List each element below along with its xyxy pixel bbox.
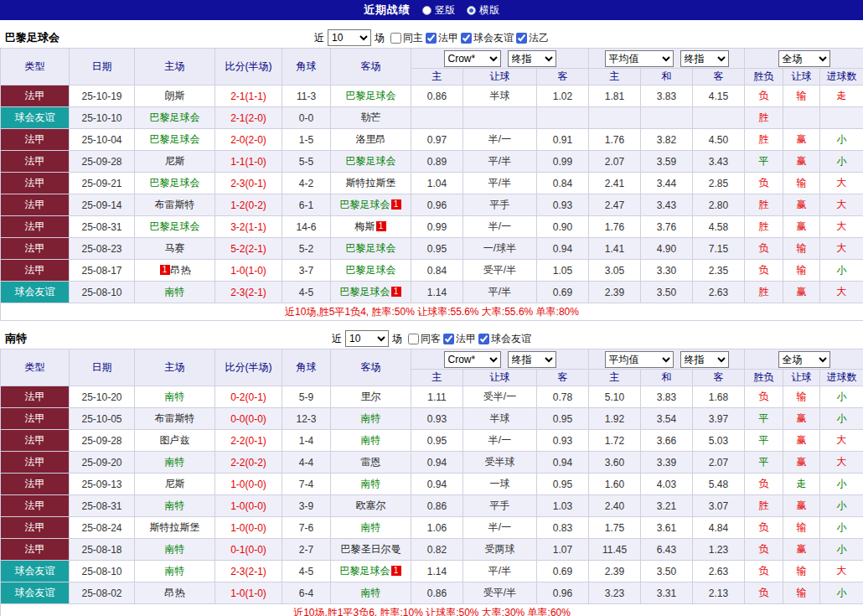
filter-checkbox[interactable]: 球会友谊 xyxy=(478,332,531,346)
red-card-badge: 1 xyxy=(376,221,386,231)
filter-checkbox[interactable]: 球会友谊 xyxy=(461,31,514,45)
home-team[interactable]: 尼斯 xyxy=(165,155,185,167)
away-team[interactable]: 南特 xyxy=(361,412,381,424)
away-team[interactable]: 欧塞尔 xyxy=(356,500,386,511)
euro-away-odds: 4.15 xyxy=(693,85,745,107)
away-team[interactable]: 巴黎圣日尔曼 xyxy=(341,543,401,555)
col-euro-away: 客 xyxy=(693,69,745,85)
home-team[interactable]: 巴黎足球会 xyxy=(150,133,200,145)
away-team-cell: 梅斯1 xyxy=(331,216,411,238)
home-team[interactable]: 马赛 xyxy=(165,242,185,254)
filter-checkbox-input[interactable] xyxy=(478,334,489,344)
result-goals: 小 xyxy=(820,129,863,151)
home-team[interactable]: 巴黎足球会 xyxy=(150,111,200,123)
home-team-cell: 尼斯 xyxy=(135,474,215,495)
recent-count-select[interactable]: 10 xyxy=(345,330,389,347)
away-team[interactable]: 巴黎足球会 xyxy=(340,286,390,298)
away-team[interactable]: 巴黎足球会 xyxy=(346,155,396,167)
result-outcome: 负 xyxy=(745,561,783,582)
away-team[interactable]: 雷恩 xyxy=(361,456,381,468)
away-team[interactable]: 梅斯 xyxy=(355,220,375,232)
euro-home-odds: 2.41 xyxy=(589,173,641,194)
layout-radio-horizontal[interactable]: 横版 xyxy=(467,3,499,18)
home-team[interactable]: 南特 xyxy=(165,286,185,298)
home-team[interactable]: 布雷斯特 xyxy=(155,412,195,424)
recent-count-select[interactable]: 10 xyxy=(328,29,371,46)
home-team[interactable]: 南特 xyxy=(165,500,185,511)
away-team[interactable]: 巴黎足球会 xyxy=(346,264,396,276)
filter-checkbox[interactable]: 法乙 xyxy=(516,31,549,45)
corner-score: 7-4 xyxy=(282,474,331,495)
away-team[interactable]: 巴黎足球会 xyxy=(340,199,390,210)
euro-avg-select[interactable]: 平均值 xyxy=(605,50,674,67)
red-card-badge: 1 xyxy=(160,265,170,275)
match-scope-select[interactable]: 全场 xyxy=(778,351,830,368)
col-asian-handicap: 让球 xyxy=(463,69,537,85)
asian-handicap: 半球 xyxy=(463,408,537,430)
away-team[interactable]: 洛里昂 xyxy=(356,133,386,145)
filter-checkbox-input[interactable] xyxy=(390,33,401,44)
home-team[interactable]: 斯特拉斯堡 xyxy=(150,521,200,533)
asian-away-odds: 0.78 xyxy=(537,386,589,408)
away-team[interactable]: 南特 xyxy=(361,587,381,598)
home-team[interactable]: 南特 xyxy=(165,543,185,555)
home-team[interactable]: 朗斯 xyxy=(165,90,185,101)
asian-odds-time-select[interactable]: 终指 xyxy=(508,50,556,67)
away-team[interactable]: 南特 xyxy=(361,478,381,489)
euro-home-odds: 3.05 xyxy=(589,260,641,282)
home-team[interactable]: 巴黎足球会 xyxy=(150,177,200,189)
away-team[interactable]: 巴黎足球会 xyxy=(340,565,390,577)
filter-checkbox-input[interactable] xyxy=(408,334,419,344)
home-team[interactable]: 尼斯 xyxy=(165,478,185,489)
away-team[interactable]: 勒芒 xyxy=(361,111,381,123)
home-team-cell: 南特 xyxy=(135,539,215,561)
match-score: 2-0(2-0) xyxy=(215,129,282,151)
home-team[interactable]: 南特 xyxy=(165,456,185,468)
filter-checkbox-input[interactable] xyxy=(461,33,472,44)
away-team[interactable]: 南特 xyxy=(361,521,381,533)
euro-draw-odds: 3.59 xyxy=(641,151,693,173)
euro-home-odds: 2.39 xyxy=(589,282,641,303)
euro-home-odds: 11.45 xyxy=(589,539,641,561)
away-team-cell: 巴黎足球会1 xyxy=(331,282,411,303)
filter-checkbox-input[interactable] xyxy=(426,33,437,44)
result-outcome: 平 xyxy=(745,452,783,474)
result-handicap: 赢 xyxy=(783,408,820,430)
filter-checkbox[interactable]: 法甲 xyxy=(443,332,476,346)
col-euro-home: 主 xyxy=(589,69,641,85)
match-scope-select[interactable]: 全场 xyxy=(778,50,830,67)
bookmaker-select[interactable]: Crow* xyxy=(444,50,501,67)
home-team[interactable]: 布雷斯特 xyxy=(155,199,195,210)
results-body: 法甲25-10-19朗斯2-1(1-1)11-3巴黎足球会0.86半球1.021… xyxy=(1,85,863,303)
filter-checkbox-input[interactable] xyxy=(443,334,454,344)
home-team[interactable]: 昂热 xyxy=(165,587,185,598)
home-team-cell: 巴黎足球会 xyxy=(135,107,215,129)
away-team[interactable]: 巴黎足球会 xyxy=(346,242,396,254)
filter-label: 法乙 xyxy=(529,31,549,45)
filter-checkbox[interactable]: 法甲 xyxy=(426,31,458,45)
euro-odds-time-select[interactable]: 终指 xyxy=(680,50,729,67)
filter-checkbox[interactable]: 同主 xyxy=(390,31,423,45)
filter-checkbox-input[interactable] xyxy=(516,33,527,44)
layout-radio-vertical[interactable]: 竖版 xyxy=(422,3,455,18)
near-label: 近 xyxy=(314,31,324,45)
home-team[interactable]: 南特 xyxy=(165,391,185,402)
away-team[interactable]: 巴黎足球会 xyxy=(346,90,396,101)
col-home: 主场 xyxy=(135,49,215,85)
away-team[interactable]: 南特 xyxy=(361,434,381,446)
home-team[interactable]: 昂热 xyxy=(171,264,191,276)
away-team[interactable]: 斯特拉斯堡 xyxy=(346,177,396,189)
filter-checkbox[interactable]: 同客 xyxy=(408,332,441,346)
home-team[interactable]: 图卢兹 xyxy=(160,434,190,446)
asian-handicap: 受平/半 xyxy=(463,582,537,604)
home-team[interactable]: 巴黎足球会 xyxy=(150,220,200,232)
col-away: 客场 xyxy=(331,49,411,85)
euro-odds-time-select[interactable]: 终指 xyxy=(680,351,729,368)
page-title: 近期战绩 xyxy=(364,3,411,18)
home-team[interactable]: 南特 xyxy=(165,565,185,577)
euro-avg-select[interactable]: 平均值 xyxy=(605,351,674,368)
away-team[interactable]: 里尔 xyxy=(361,391,381,402)
asian-odds-time-select[interactable]: 终指 xyxy=(508,351,556,368)
asian-away-odds: 1.03 xyxy=(537,495,589,517)
bookmaker-select[interactable]: Crow* xyxy=(444,351,501,368)
